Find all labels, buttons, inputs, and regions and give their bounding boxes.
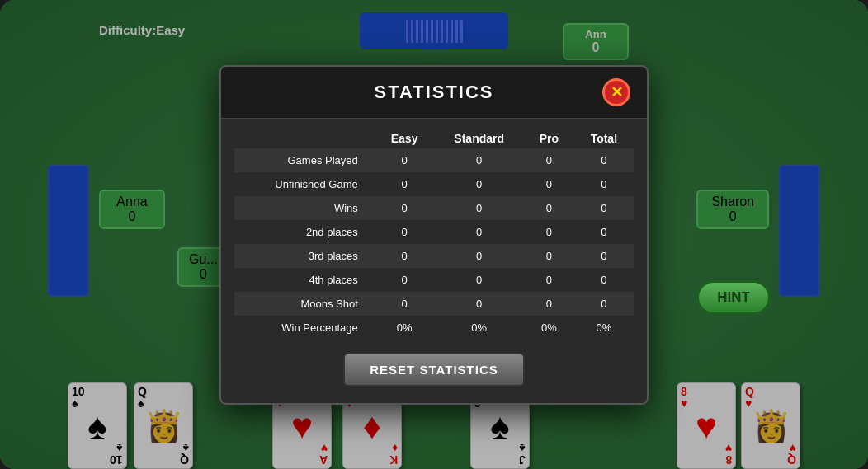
table-row: 4th places 0 0 0 0 <box>234 268 634 292</box>
col-header-label <box>234 125 375 148</box>
row-total: 0% <box>574 316 634 340</box>
game-background: Difficulty:Easy Ann 0 Anna 0 <box>0 0 868 469</box>
row-pro: 0 <box>524 172 574 196</box>
row-standard: 0 <box>434 220 524 244</box>
row-label: Moons Shot <box>234 292 375 316</box>
row-label: Wins <box>234 196 375 220</box>
table-row: 2nd places 0 0 0 0 <box>234 220 634 244</box>
row-pro: 0 <box>524 244 574 268</box>
row-total: 0 <box>574 292 634 316</box>
row-label: Games Played <box>234 148 375 172</box>
row-standard: 0 <box>434 172 524 196</box>
close-button[interactable]: ✕ <box>602 78 630 106</box>
reset-statistics-button[interactable]: RESET STATISTICS <box>343 353 524 387</box>
row-total: 0 <box>574 220 634 244</box>
row-label: Unfinished Game <box>234 172 375 196</box>
row-easy: 0 <box>375 220 435 244</box>
modal-header: STATISTICS ✕ <box>221 67 647 119</box>
col-header-easy: Easy <box>375 125 435 148</box>
row-total: 0 <box>574 196 634 220</box>
table-row: Moons Shot 0 0 0 0 <box>234 292 634 316</box>
table-row: Wins 0 0 0 0 <box>234 196 634 220</box>
table-row: Unfinished Game 0 0 0 0 <box>234 172 634 196</box>
row-standard: 0% <box>434 316 524 340</box>
row-total: 0 <box>574 244 634 268</box>
row-standard: 0 <box>434 292 524 316</box>
row-total: 0 <box>574 148 634 172</box>
statistics-table: Easy Standard Pro Total Games Played 0 0… <box>234 125 634 340</box>
table-row: Games Played 0 0 0 0 <box>234 148 634 172</box>
row-easy: 0 <box>375 172 435 196</box>
row-standard: 0 <box>434 244 524 268</box>
row-standard: 0 <box>434 196 524 220</box>
row-pro: 0 <box>524 148 574 172</box>
col-header-pro: Pro <box>524 125 574 148</box>
row-easy: 0 <box>375 292 435 316</box>
modal-title: STATISTICS <box>266 82 602 103</box>
row-easy: 0 <box>375 244 435 268</box>
row-label: 2nd places <box>234 220 375 244</box>
table-row: Win Percentage 0% 0% 0% 0% <box>234 316 634 340</box>
row-easy: 0 <box>375 196 435 220</box>
row-total: 0 <box>574 268 634 292</box>
statistics-modal: STATISTICS ✕ Easy Standard Pro Total <box>219 65 649 405</box>
row-standard: 0 <box>434 268 524 292</box>
table-row: 3rd places 0 0 0 0 <box>234 244 634 268</box>
device-frame: Difficulty:Easy Ann 0 Anna 0 <box>0 0 868 469</box>
row-pro: 0 <box>524 268 574 292</box>
row-total: 0 <box>574 172 634 196</box>
row-standard: 0 <box>434 148 524 172</box>
row-pro: 0 <box>524 196 574 220</box>
col-header-standard: Standard <box>434 125 524 148</box>
row-pro: 0 <box>524 220 574 244</box>
row-label: 3rd places <box>234 244 375 268</box>
row-label: Win Percentage <box>234 316 375 340</box>
row-pro: 0% <box>524 316 574 340</box>
modal-overlay: STATISTICS ✕ Easy Standard Pro Total <box>0 0 868 469</box>
row-easy: 0 <box>375 148 435 172</box>
col-header-total: Total <box>574 125 634 148</box>
row-label: 4th places <box>234 268 375 292</box>
row-easy: 0 <box>375 268 435 292</box>
row-pro: 0 <box>524 292 574 316</box>
row-easy: 0% <box>375 316 435 340</box>
